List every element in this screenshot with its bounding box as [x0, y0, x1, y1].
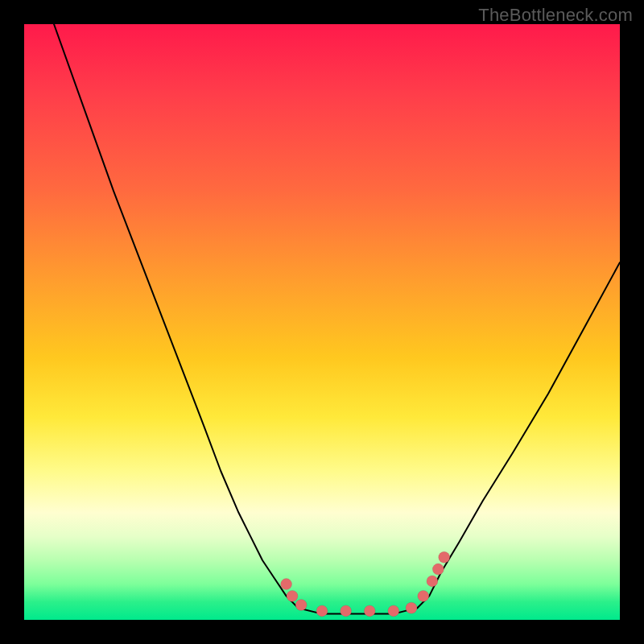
chart-frame: TheBottleneck.com	[0, 0, 644, 644]
marker-dot	[316, 605, 328, 617]
marker-dot	[388, 605, 399, 617]
marker-dot	[341, 605, 352, 617]
marker-dot	[295, 600, 307, 611]
marker-dot	[281, 579, 292, 590]
curve-left-branch	[54, 24, 298, 608]
marker-dot	[432, 564, 444, 575]
watermark-text: TheBottleneck.com	[478, 5, 633, 26]
marker-group	[281, 551, 450, 617]
marker-dot	[364, 605, 375, 617]
marker-dot	[287, 590, 298, 601]
curve-valley-floor	[298, 608, 417, 613]
chart-svg	[24, 24, 620, 620]
marker-dot	[439, 551, 450, 563]
marker-dot	[418, 590, 429, 601]
marker-dot	[406, 602, 417, 613]
marker-dot	[427, 576, 438, 587]
plot-area	[24, 24, 620, 620]
